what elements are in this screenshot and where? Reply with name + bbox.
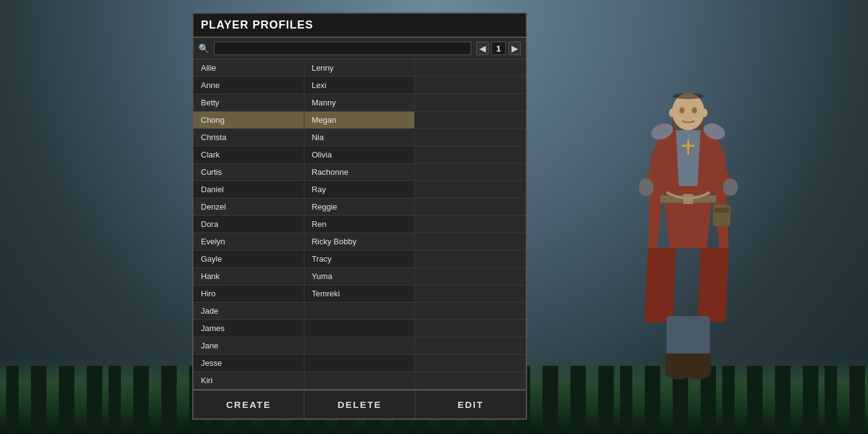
profile-cell[interactable]: Manny [304,94,415,112]
profile-cell[interactable]: Dora [193,216,304,233]
page-number: 1 [491,42,506,55]
profile-cell[interactable]: Lexi [304,77,415,94]
profile-cell[interactable]: Temreki [304,285,415,303]
page-next-button[interactable]: ▶ [508,42,521,55]
profile-cell[interactable]: Nia [304,129,415,146]
profile-cell[interactable] [304,320,415,337]
svg-point-5 [692,107,697,113]
profile-cell[interactable]: Allie [193,60,304,77]
create-button[interactable]: CREATE [193,391,304,418]
profile-cell[interactable]: Olivia [304,146,415,164]
profile-cell[interactable] [304,303,415,320]
profile-cell[interactable]: Rachonne [304,164,415,181]
profile-cell[interactable]: Hiro [193,285,304,303]
profile-cell[interactable]: Denzel [193,198,304,216]
profile-cell [415,146,526,164]
profile-cell[interactable]: Anne [193,77,304,94]
character-svg [589,74,787,384]
profile-cell[interactable]: Curtis [193,164,304,181]
profile-cell[interactable]: Daniel [193,181,304,198]
profile-cell[interactable]: Yuma [304,268,415,285]
profile-cell [415,303,526,320]
profile-cell[interactable]: Ren [304,216,415,233]
edit-button[interactable]: EDIT [415,391,526,418]
profile-cell [415,250,526,268]
profile-cell [415,129,526,146]
profile-cell [415,112,526,129]
profile-cell [415,60,526,77]
profile-cell[interactable] [304,372,415,389]
profile-cell[interactable]: Megan [304,112,415,129]
svg-point-3 [701,108,707,117]
profile-cell[interactable]: Gayle [193,250,304,268]
profile-cell[interactable]: Evelyn [193,233,304,250]
panel-title-bar: PLAYER PROFILES [193,14,526,38]
profile-cell[interactable]: Chong [193,112,304,129]
action-bar: CREATE DELETE EDIT [193,389,526,418]
profile-cell [415,233,526,250]
profile-cell[interactable]: Betty [193,94,304,112]
profile-cell [415,268,526,285]
profile-cell[interactable]: James [193,320,304,337]
profile-cell[interactable]: Clark [193,146,304,164]
profile-cell[interactable]: Jade [193,303,304,320]
profile-cell[interactable]: Reggie [304,198,415,216]
panel-title-text: PLAYER PROFILES [201,19,313,32]
svg-point-4 [680,107,684,113]
profile-cell[interactable]: Jane [193,337,304,355]
svg-point-16 [639,179,653,196]
player-profiles-panel: PLAYER PROFILES 🔍 ◀ 1 ▶ AllieLennyAnneLe… [192,12,527,420]
profile-cell[interactable]: Ricky Bobby [304,233,415,250]
svg-point-17 [723,179,738,196]
profile-cell [415,320,526,337]
profile-cell[interactable]: Lenny [304,60,415,77]
svg-point-2 [669,108,675,117]
profile-cell [415,181,526,198]
profile-cell[interactable] [304,337,415,355]
profile-cell [415,198,526,216]
profile-cell [415,372,526,389]
profile-cell [415,285,526,303]
profile-cell [415,164,526,181]
profile-cell[interactable]: Kiri [193,372,304,389]
svg-rect-21 [714,208,729,213]
profile-cell[interactable]: Jesse [193,355,304,372]
search-bar: 🔍 ◀ 1 ▶ [193,38,526,60]
search-icon: 🔍 [198,43,209,53]
page-prev-button[interactable]: ◀ [476,42,489,55]
profile-cell[interactable] [304,355,415,372]
profiles-grid: AllieLennyAnneLexiBettyMannyChongMeganCh… [193,60,526,389]
profile-cell[interactable]: Ray [304,181,415,198]
profile-cell [415,355,526,372]
profile-cell [415,337,526,355]
profile-cell [415,77,526,94]
svg-rect-15 [684,353,711,373]
profile-cell[interactable]: Tracy [304,250,415,268]
character-display [570,62,806,384]
search-input[interactable] [214,42,471,55]
profile-cell[interactable]: Christa [193,129,304,146]
profile-cell[interactable]: Hank [193,268,304,285]
profile-cell [415,216,526,233]
profile-cell [415,94,526,112]
delete-button[interactable]: DELETE [304,391,415,418]
page-nav: ◀ 1 ▶ [476,42,521,55]
svg-point-22 [673,93,704,99]
